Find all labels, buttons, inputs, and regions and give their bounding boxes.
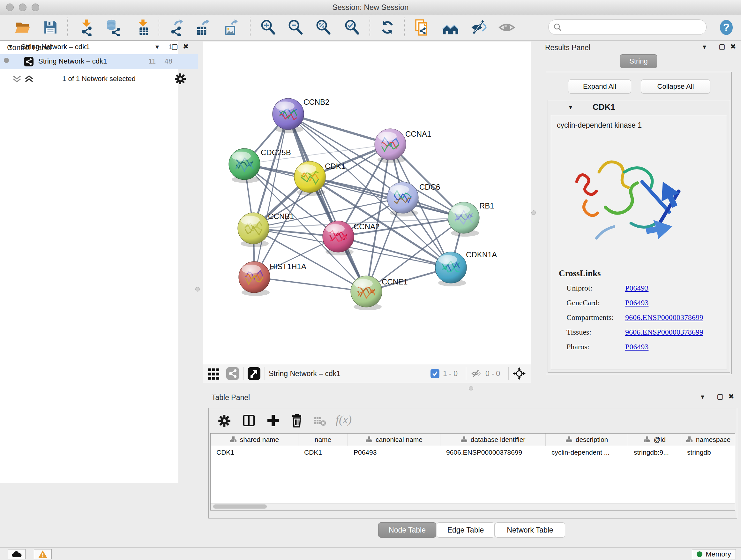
results-panel-menu-icon[interactable]: ▾ bbox=[703, 43, 706, 51]
results-panel-close-icon[interactable]: ✖ bbox=[730, 43, 736, 51]
column-header-id[interactable]: @id bbox=[628, 434, 681, 446]
uniprot-link[interactable]: P06493 bbox=[625, 284, 649, 293]
tab-string-results[interactable]: String bbox=[620, 54, 657, 68]
table-panel-close-icon[interactable]: ✖ bbox=[728, 392, 734, 401]
collapse-all-networks-icon[interactable] bbox=[11, 73, 22, 84]
network-collection-row[interactable]: ▼ String Network – cdk1 1 bbox=[0, 40, 198, 54]
tab-edge-table[interactable]: Edge Table bbox=[436, 522, 495, 538]
node-CDK1[interactable]: CDK1 bbox=[294, 161, 345, 196]
fit-content-crosshair-icon[interactable] bbox=[513, 367, 526, 380]
show-all-button[interactable] bbox=[498, 18, 516, 37]
network-view-toolbar: String Network – cdk1 1 - 0 0 - 0 bbox=[203, 364, 531, 383]
window-title: Session: New Session bbox=[0, 3, 741, 12]
search-input[interactable] bbox=[562, 23, 697, 32]
apply-style-refresh-button[interactable] bbox=[379, 18, 396, 37]
left-splitter-handle[interactable] bbox=[195, 287, 200, 292]
warning-icon bbox=[38, 550, 48, 558]
collapse-all-button[interactable]: Collapse All bbox=[641, 79, 711, 94]
create-column-icon[interactable] bbox=[266, 414, 280, 428]
table-row[interactable]: CDK1 CDK1 P06493 9606.ENSP00000378699 cy… bbox=[211, 446, 735, 459]
column-header-name[interactable]: name bbox=[298, 434, 348, 446]
collection-expander-icon[interactable]: ▼ bbox=[8, 44, 13, 50]
open-in-browser-icon[interactable] bbox=[247, 367, 261, 380]
results-panel-float-icon[interactable]: ▢ bbox=[719, 43, 725, 51]
genecard-link[interactable]: P06493 bbox=[625, 299, 649, 307]
scrollbar-thumb[interactable] bbox=[213, 504, 267, 509]
column-header-description[interactable]: description bbox=[546, 434, 628, 446]
gene-name: CDK1 bbox=[593, 102, 615, 112]
node-label-CCNB2: CCNB2 bbox=[304, 98, 329, 106]
open-session-button[interactable] bbox=[13, 18, 31, 37]
toolbar-separator bbox=[369, 17, 370, 37]
hide-selected-button[interactable] bbox=[470, 18, 488, 37]
node-count: 11 bbox=[143, 57, 156, 65]
network-selection-status: 1 of 1 Network selected bbox=[38, 75, 159, 83]
export-image-button[interactable] bbox=[223, 18, 241, 37]
gene-section-expander-icon[interactable]: ▼ bbox=[568, 104, 574, 111]
search-icon bbox=[553, 23, 562, 32]
warnings-button[interactable] bbox=[34, 549, 52, 559]
column-header-namespace[interactable]: namespace bbox=[681, 434, 735, 446]
node-CCNB2[interactable]: CCNB2 bbox=[273, 98, 329, 133]
search-field[interactable] bbox=[548, 19, 706, 35]
toolbar-separator bbox=[243, 367, 244, 380]
expand-all-button[interactable]: Expand All bbox=[568, 79, 631, 94]
network-canvas[interactable]: CCNB2CCNA1CDC25BCDK1CDC6RB1CCNB1CCNA2CDK… bbox=[203, 42, 531, 364]
delete-column-icon[interactable] bbox=[290, 414, 304, 428]
save-session-button[interactable] bbox=[42, 18, 59, 37]
network-row-selected[interactable]: String Network – cdk1 11 48 bbox=[0, 54, 198, 69]
title-bar: Session: New Session bbox=[0, 0, 741, 15]
delete-table-icon bbox=[313, 416, 326, 426]
zoom-out-button[interactable] bbox=[287, 18, 305, 37]
selected-checkbox-icon[interactable] bbox=[430, 369, 440, 378]
node-CCNA2[interactable]: CCNA2 bbox=[323, 221, 380, 255]
application-window: Session: New Session bbox=[0, 0, 741, 560]
right-splitter-handle[interactable] bbox=[531, 210, 536, 215]
hidden-node-edge-counts: 0 - 0 bbox=[485, 369, 500, 378]
main-toolbar: ? bbox=[0, 15, 741, 41]
cloud-status-button[interactable] bbox=[8, 549, 25, 559]
node-CDKN1A[interactable]: CDKN1A bbox=[435, 250, 497, 287]
tab-network-table[interactable]: Network Table bbox=[495, 522, 565, 538]
birdseye-view-icon[interactable] bbox=[207, 367, 220, 380]
help-button[interactable]: ? bbox=[718, 18, 735, 37]
column-header-database-identifier[interactable]: database identifier bbox=[441, 434, 546, 446]
export-network-button[interactable] bbox=[167, 18, 185, 37]
column-header-shared-name[interactable]: shared name bbox=[211, 434, 298, 446]
horizontal-scrollbar[interactable] bbox=[211, 503, 735, 510]
node-RB1[interactable]: RB1 bbox=[448, 201, 494, 237]
node-CDC25B[interactable]: CDC25B bbox=[229, 148, 291, 183]
table-panel-float-icon[interactable]: ▢ bbox=[717, 392, 724, 401]
tab-node-table[interactable]: Node Table bbox=[378, 522, 436, 538]
string-panel-toggle-icon[interactable] bbox=[226, 367, 239, 380]
import-table-button[interactable] bbox=[134, 18, 152, 37]
pharos-link[interactable]: P06493 bbox=[625, 343, 649, 351]
table-panel-menu-icon[interactable]: ▾ bbox=[701, 393, 704, 401]
expand-all-networks-icon[interactable] bbox=[23, 73, 35, 84]
memory-status-dot-icon bbox=[697, 551, 702, 557]
column-namespace-icon bbox=[565, 436, 572, 443]
column-header-canonical-name[interactable]: canonical name bbox=[348, 434, 441, 446]
zoom-fit-button[interactable] bbox=[315, 18, 333, 37]
compartments-link[interactable]: 9606.ENSP00000378699 bbox=[625, 313, 703, 322]
bottom-splitter-handle[interactable] bbox=[469, 386, 473, 390]
node-label-CCNE1: CCNE1 bbox=[382, 277, 408, 286]
import-network-from-database-button[interactable] bbox=[105, 18, 123, 37]
export-table-button[interactable] bbox=[195, 18, 212, 37]
first-neighbors-button[interactable] bbox=[442, 18, 460, 37]
show-columns-icon[interactable] bbox=[242, 414, 256, 428]
edge-CCNB2-HIST1H1A[interactable] bbox=[254, 114, 288, 277]
zoom-in-button[interactable] bbox=[259, 18, 277, 37]
edge-CCNB2-CCNA1[interactable] bbox=[288, 114, 390, 144]
node-HIST1H1A[interactable]: HIST1H1A bbox=[239, 261, 307, 296]
zoom-selected-button[interactable] bbox=[343, 18, 361, 37]
table-options-gear-icon[interactable] bbox=[218, 414, 231, 428]
tissues-link[interactable]: 9606.ENSP00000378699 bbox=[625, 328, 703, 336]
network-options-gear-icon[interactable] bbox=[174, 73, 186, 85]
memory-button[interactable]: Memory bbox=[692, 549, 736, 559]
node-CCNA1[interactable]: CCNA1 bbox=[375, 129, 431, 163]
edge-HIST1H1A-CCNE1[interactable] bbox=[254, 277, 366, 292]
import-network-button[interactable] bbox=[77, 18, 95, 37]
network-view-title: String Network – cdk1 bbox=[269, 369, 340, 378]
copy-network-button[interactable] bbox=[413, 18, 431, 37]
